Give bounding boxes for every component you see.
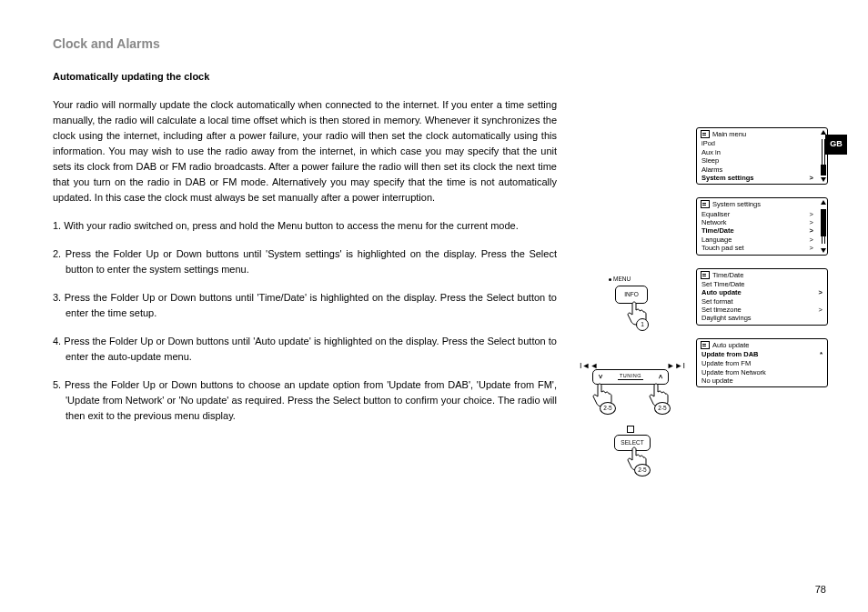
step-4: 4. Press the Folder Up or Down buttons u… xyxy=(53,334,557,365)
stop-icon xyxy=(627,426,634,433)
menu-row: No update xyxy=(699,376,825,385)
section-heading: Automatically updating the clock xyxy=(53,69,557,85)
step-indicator-2-5: 2-5 xyxy=(600,402,616,415)
step-indicator-2-5: 2-5 xyxy=(654,402,671,415)
screen-main-menu: Main menu iPod Aux in Sleep Alarms Syste… xyxy=(696,127,828,185)
menu-row: Set timezone> xyxy=(699,306,825,314)
step-indicator-2-5: 2-5 xyxy=(634,464,651,477)
down-icon: ᐯ xyxy=(599,373,602,381)
language-badge: GB xyxy=(825,135,847,155)
step-2: 2. Press the Folder Up or Down buttons u… xyxy=(53,246,557,277)
menu-row: Network> xyxy=(699,218,816,226)
menu-row-selected: Auto update> xyxy=(699,288,825,296)
screen-title: System settings xyxy=(712,200,761,208)
menu-row-selected: Time/Date> xyxy=(699,226,816,235)
screen-title: Time/Date xyxy=(712,271,743,279)
menu-row: Update from FM xyxy=(699,359,825,367)
screen-auto-update: Auto update Update from DAB* Update from… xyxy=(696,338,828,388)
body-column: Automatically updating the clock Your ra… xyxy=(53,69,557,425)
up-icon: ᐱ xyxy=(659,373,662,381)
menu-row-selected: System settings> xyxy=(699,174,816,182)
menu-row-selected: Update from DAB* xyxy=(699,350,825,359)
step-indicator-1: 1 xyxy=(636,318,649,331)
menu-row: Update from Network xyxy=(699,368,825,376)
menu-row: Aux in xyxy=(699,148,816,156)
skip-forward-icon: ►►I xyxy=(667,360,685,373)
page-title: Clock and Alarms xyxy=(53,35,835,55)
intro-paragraph: Your radio will normally update the cloc… xyxy=(53,97,557,206)
menu-icon xyxy=(701,271,710,279)
screen-time-date: Time/Date Set Time/Date Auto update> Set… xyxy=(696,268,828,326)
tuning-label: TUNING xyxy=(618,374,643,380)
menu-row: iPod xyxy=(699,139,816,147)
screen-system-settings: System settings Equaliser> Network> Time… xyxy=(696,197,828,255)
step-5: 5. Press the Folder Up or Down buttons t… xyxy=(53,377,557,424)
menu-icon xyxy=(701,200,710,208)
menu-row: Set format xyxy=(699,297,825,306)
menu-row: Set Time/Date xyxy=(699,280,825,288)
menu-row: Daylight savings xyxy=(699,314,825,322)
menu-row: Equaliser> xyxy=(699,210,816,218)
screen-title: Main menu xyxy=(712,130,746,138)
step-1: 1. With your radio switched on, press an… xyxy=(53,218,557,234)
menu-icon xyxy=(701,130,710,138)
menu-row: Touch pad set> xyxy=(699,244,816,252)
page-number: 78 xyxy=(815,582,826,597)
menu-row: Sleep xyxy=(699,156,816,165)
menu-label: MENU xyxy=(609,275,631,284)
menu-row: Alarms xyxy=(699,166,816,174)
step-3: 3. Press the Folder Up or Down buttons u… xyxy=(53,290,557,321)
screen-title: Auto update xyxy=(712,341,749,349)
button-diagram: MENU INFO 1 I◄◄ ►►I ᐯ TUNING ᐱ 2-5 2-5 S… xyxy=(583,273,678,473)
menu-row: Language> xyxy=(699,236,816,244)
menu-icon xyxy=(701,341,710,349)
